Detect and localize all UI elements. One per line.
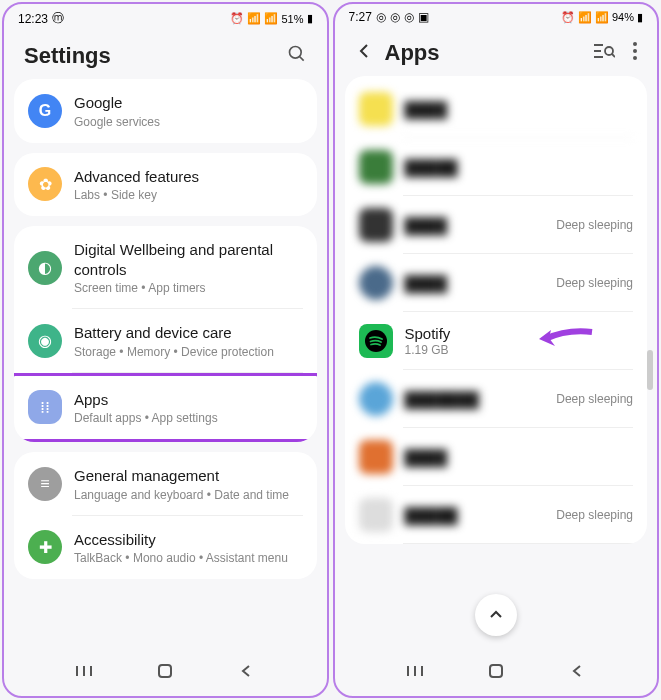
item-title: Digital Wellbeing and parental controls: [74, 240, 303, 279]
app-icon: [359, 266, 393, 300]
arrow-annotation: [537, 324, 597, 358]
battery-icon: ▮: [307, 12, 313, 25]
google-icon: G: [28, 94, 62, 128]
svg-rect-18: [490, 665, 502, 677]
home-button[interactable]: [154, 660, 176, 682]
svg-point-9: [605, 47, 613, 55]
accessibility-icon: ✚: [28, 530, 62, 564]
settings-item-apps[interactable]: ⁞⁞ Apps Default apps • App settings: [14, 373, 317, 443]
app-row[interactable]: █████ Deep sleeping: [345, 486, 648, 544]
app-status: Deep sleeping: [556, 218, 633, 232]
item-title: Accessibility: [74, 530, 303, 550]
app-status: Deep sleeping: [556, 392, 633, 406]
app-icon: [359, 150, 393, 184]
alarm-icon: ⏰: [561, 11, 575, 24]
apps-screen: 7:27 ◎ ◎ ◎ ▣ ⏰ 📶 📶 94% ▮ Apps: [333, 2, 660, 698]
settings-list: G Google Google services ✿ Advanced feat…: [4, 79, 327, 579]
app-row[interactable]: ███████ Deep sleeping: [345, 370, 648, 428]
gear-icon: ✿: [28, 167, 62, 201]
messages-icon: ⓜ: [52, 10, 64, 27]
back-button[interactable]: [235, 660, 257, 682]
settings-item-advanced[interactable]: ✿ Advanced features Labs • Side key: [14, 153, 317, 217]
wifi-icon: 📶: [578, 11, 592, 24]
item-title: Battery and device care: [74, 323, 303, 343]
app-row[interactable]: █████: [345, 138, 648, 196]
settings-item-wellbeing[interactable]: ◐ Digital Wellbeing and parental control…: [14, 226, 317, 309]
instagram-icon: ◎: [390, 10, 400, 24]
svg-point-11: [633, 42, 637, 46]
sliders-icon: ≡: [28, 467, 62, 501]
status-bar: 12:23 ⓜ ⏰ 📶 📶 51% ▮: [4, 4, 327, 29]
spotify-icon: [359, 324, 393, 358]
page-title: Settings: [24, 43, 111, 69]
app-icon: [359, 382, 393, 416]
header: Apps: [335, 26, 658, 76]
svg-point-13: [633, 56, 637, 60]
more-icon[interactable]: [633, 42, 637, 64]
settings-item-google[interactable]: G Google Google services: [14, 79, 317, 143]
item-title: Google: [74, 93, 303, 113]
item-title: Apps: [74, 390, 303, 410]
scroll-top-button[interactable]: [475, 594, 517, 636]
wellbeing-icon: ◐: [28, 251, 62, 285]
svg-point-0: [289, 47, 301, 59]
apps-icon: ⁞⁞: [28, 390, 62, 424]
header: Settings: [4, 29, 327, 79]
app-row[interactable]: ████ Deep sleeping: [345, 254, 648, 312]
recents-button[interactable]: [73, 660, 95, 682]
item-subtitle: TalkBack • Mono audio • Assistant menu: [74, 551, 303, 565]
settings-item-battery[interactable]: ◉ Battery and device care Storage • Memo…: [14, 309, 317, 373]
svg-point-12: [633, 49, 637, 53]
status-time: 12:23: [18, 12, 48, 26]
status-bar: 7:27 ◎ ◎ ◎ ▣ ⏰ 📶 📶 94% ▮: [335, 4, 658, 26]
scroll-indicator[interactable]: [647, 350, 653, 390]
app-size: 1.19 GB: [405, 343, 634, 357]
app-row-spotify[interactable]: Spotify 1.19 GB: [345, 312, 648, 370]
battery-icon: ▮: [637, 11, 643, 24]
app-icon: [359, 208, 393, 242]
app-row[interactable]: ████: [345, 80, 648, 138]
app-row[interactable]: ████ Deep sleeping: [345, 196, 648, 254]
recents-button[interactable]: [404, 660, 426, 682]
item-subtitle: Storage • Memory • Device protection: [74, 345, 303, 359]
image-icon: ▣: [418, 10, 429, 24]
battery-percent: 94%: [612, 11, 634, 23]
item-subtitle: Labs • Side key: [74, 188, 303, 202]
back-icon[interactable]: [355, 42, 373, 64]
app-title: Spotify: [405, 325, 634, 342]
alarm-icon: ⏰: [230, 12, 244, 25]
svg-line-10: [612, 54, 615, 57]
svg-rect-5: [159, 665, 171, 677]
nav-bar: [4, 646, 327, 696]
app-icon: [359, 440, 393, 474]
item-title: General management: [74, 466, 303, 486]
app-icon: [359, 92, 393, 126]
item-subtitle: Google services: [74, 115, 303, 129]
status-time: 7:27: [349, 10, 372, 24]
wifi-icon: 📶: [247, 12, 261, 25]
filter-search-icon[interactable]: [593, 42, 615, 64]
battery-percent: 51%: [281, 13, 303, 25]
item-subtitle: Screen time • App timers: [74, 281, 303, 295]
back-button[interactable]: [566, 660, 588, 682]
item-subtitle: Default apps • App settings: [74, 411, 303, 425]
app-status: Deep sleeping: [556, 508, 633, 522]
item-subtitle: Language and keyboard • Date and time: [74, 488, 303, 502]
settings-screen: 12:23 ⓜ ⏰ 📶 📶 51% ▮ Settings G Google Go…: [2, 2, 329, 698]
apps-list[interactable]: ████ █████ ████ Deep sleeping ████: [335, 76, 658, 544]
home-button[interactable]: [485, 660, 507, 682]
item-title: Advanced features: [74, 167, 303, 187]
app-icon: [359, 498, 393, 532]
settings-item-general[interactable]: ≡ General management Language and keyboa…: [14, 452, 317, 516]
signal-icon: 📶: [595, 11, 609, 24]
app-status: Deep sleeping: [556, 276, 633, 290]
search-icon[interactable]: [287, 44, 307, 68]
page-title: Apps: [385, 40, 440, 66]
svg-line-1: [299, 57, 303, 61]
instagram-icon: ◎: [404, 10, 414, 24]
instagram-icon: ◎: [376, 10, 386, 24]
signal-icon: 📶: [264, 12, 278, 25]
nav-bar: [335, 646, 658, 696]
app-row[interactable]: ████: [345, 428, 648, 486]
settings-item-accessibility[interactable]: ✚ Accessibility TalkBack • Mono audio • …: [14, 516, 317, 580]
